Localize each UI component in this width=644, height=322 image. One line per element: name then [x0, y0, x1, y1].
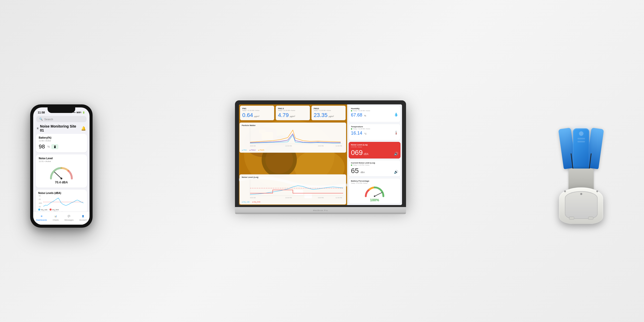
pm1-card: PM1 Today • 11:18 AM • Active 0.64 µg/m³: [240, 106, 274, 120]
pm1-title: PM1: [242, 107, 272, 110]
svg-text:6:00 AM: 6:00 AM: [250, 145, 256, 147]
battery-icon: 🔋: [82, 111, 85, 114]
noise-leq-unit: dBA: [364, 153, 369, 155]
sensor-clip-left: [569, 217, 574, 220]
phone-bottom-nav: ⊞ Dashboards 📊 Charts 💬 Messages 👤: [33, 212, 90, 225]
chart-y-90: 90: [39, 195, 42, 197]
pm25-value: 4.79: [278, 112, 289, 118]
notification-icon[interactable]: 🔔: [81, 126, 86, 131]
chart-y-dba: dBA: [39, 202, 42, 204]
leq-limit-legend: ● leq_limit: [252, 201, 260, 203]
temp-active-dot: [351, 128, 352, 130]
sensor-stripe-2: [577, 141, 585, 142]
noise-limit-unit: dBA: [360, 171, 365, 174]
speaker2-icon: 🔊: [394, 170, 398, 174]
noise-limit-value-row: 65 dBA 🔊: [351, 167, 398, 175]
laptop-body: PM1 Today • 11:18 AM • Active 0.64 µg/m³…: [235, 100, 406, 214]
temp-meta: Today • 11:18 AM • Active: [351, 128, 398, 130]
pm25-unit: µg/m³: [290, 115, 295, 117]
humidity-card: Humidity Today • 11:18 AM • Active 💧 67.…: [349, 106, 400, 122]
legend-leq-limit: leq_limit: [50, 209, 59, 211]
pm25-title: PM2.5: [278, 107, 308, 110]
svg-line-31: [375, 192, 382, 196]
pm25-meta: Today • 11:18 AM • Active: [278, 110, 308, 111]
nav-account[interactable]: 👤 Account: [79, 214, 87, 221]
battery-card-subtitle: 11:50 • Active: [39, 140, 84, 142]
nav-dashboards[interactable]: ⊞ Dashboards: [36, 214, 47, 221]
svg-text:12:00 PM: 12:00 PM: [285, 197, 292, 198]
sensor-clip-right: [588, 217, 593, 220]
battery-gauge-card: Battery Percentage Today • 2:13 PM • Act…: [349, 178, 400, 204]
laptop-screen: PM1 Today • 11:18 AM • Active 0.64 µg/m³…: [239, 104, 402, 205]
phone-site-name: Noise Monitoring Site 01: [40, 124, 81, 132]
screw-tl: [564, 190, 566, 192]
humidity-icon: 💧: [394, 112, 398, 116]
phone-status-icons: ▪▪▪ WiFi 🔋: [73, 111, 85, 114]
noise-level-card: Noise Level 11:51 • Active: [36, 154, 87, 188]
svg-text:11:59 PM: 11:59 PM: [336, 197, 342, 198]
noise-limit-dot: [351, 165, 352, 166]
sensor-stripe-1: [577, 138, 585, 139]
noise-limit-value: 65: [351, 167, 359, 175]
scene: 11:58 ▪▪▪ WiFi 🔋 🔍 Search: [0, 0, 644, 322]
svg-point-32: [374, 195, 375, 197]
noise-leq-value: 069: [351, 149, 363, 157]
sensor-base-outer: [559, 187, 603, 224]
humidity-title: Humidity: [351, 107, 398, 110]
nav-messages[interactable]: 💬 Messages: [64, 214, 73, 221]
sensor-device: [548, 113, 614, 224]
phone-screen-container: 11:58 ▪▪▪ WiFi 🔋 🔍 Search: [33, 107, 90, 225]
speaker-icon: 🔊: [394, 152, 398, 156]
humidity-active-dot: [351, 110, 352, 111]
chart-y-40: 40: [39, 206, 42, 208]
phone-header: ≡ Noise Monitoring Site 01 🔔: [33, 123, 90, 134]
noise-limit-card: Current Noise Limit (Leq) Today • 1:43 P…: [349, 160, 400, 177]
particle-chart-title: Particle Matter: [242, 124, 344, 127]
pm1-value: 0.64: [242, 112, 253, 118]
pm25-legend: ● PM25: [258, 149, 264, 151]
phone-screen: 11:58 ▪▪▪ WiFi 🔋 🔍 Search: [33, 107, 90, 225]
svg-text:6:00 AM: 6:00 AM: [250, 197, 256, 198]
temp-unit: °C: [364, 133, 367, 135]
pm10-value: 23.35: [314, 112, 328, 118]
phone-search-bar[interactable]: 🔍 Search: [36, 116, 87, 122]
leq-calc-dot: [38, 209, 40, 211]
laptop-device: PM1 Today • 11:18 AM • Active 0.64 µg/m³…: [235, 100, 406, 214]
temp-title: Temperature: [351, 126, 398, 128]
pm10-card: PM10 Today • 11:18 AM • Active 23.35 µg/…: [311, 106, 346, 120]
battery-gauge-svg: [365, 185, 385, 197]
leq-limit-dot: [50, 209, 52, 211]
sensor-indicator: [579, 131, 583, 136]
particle-legend: ● PM1 ● PM12 ● PM25: [242, 149, 344, 151]
temp-value: 16.14: [351, 131, 362, 136]
noise-leq-title: Noise Level (Leq): [351, 144, 398, 146]
noise-leq-card: Noise Level (Leq) 2:43 PM • Active 069 d…: [349, 142, 400, 158]
battery-card-title: Battery(%): [39, 136, 84, 139]
noise-chart-label: Noise Level (Leq): [242, 176, 344, 178]
sensor-screw-top: [580, 193, 582, 195]
phone-body: 11:58 ▪▪▪ WiFi 🔋 🔍 Search: [30, 104, 93, 228]
pm1-meta: Today • 11:18 AM • Active: [242, 110, 272, 111]
bar-chart-icon: 📊: [53, 214, 58, 218]
noise-gauge-value: 70.4 dBA: [55, 181, 68, 184]
filter-icon[interactable]: ≡: [37, 127, 38, 130]
pm25-card: PM2.5 Today • 11:18 AM • Active 4.79 µg/…: [276, 106, 310, 120]
noise-legend: ● leq_calc ● leq_limit: [242, 201, 344, 203]
battery-display-icon: 📱: [51, 144, 58, 149]
noise-chart-svg: [43, 195, 84, 208]
noise-gauge-container: 0.0 120.0 70.4 dBA: [39, 164, 84, 185]
search-label: Search: [44, 118, 53, 121]
battery-value: 98: [39, 143, 45, 150]
pm1-value-row: 0.64 µg/m³: [242, 112, 272, 118]
noise-chart-card: Noise Level (Leq) 6:00 AM: [239, 174, 346, 205]
nav-charts[interactable]: 📊 Charts: [53, 214, 59, 221]
laptop-base: [235, 207, 406, 213]
humidity-meta: Today • 11:18 AM • Active: [351, 110, 398, 111]
svg-line-0: [54, 172, 61, 179]
battery-value-row: 98 % 📱: [39, 143, 84, 150]
noise-limit-title: Current Noise Limit (Leq): [351, 162, 398, 164]
humidity-value: 67.68: [351, 112, 362, 117]
noise-leq-meta: 2:43 PM • Active: [351, 146, 398, 148]
noise-chart-card: Noise Levels (dBA) 90 65 dBA 40: [36, 190, 87, 212]
pm-cards-row: PM1 Today • 11:18 AM • Active 0.64 µg/m³…: [239, 105, 346, 121]
